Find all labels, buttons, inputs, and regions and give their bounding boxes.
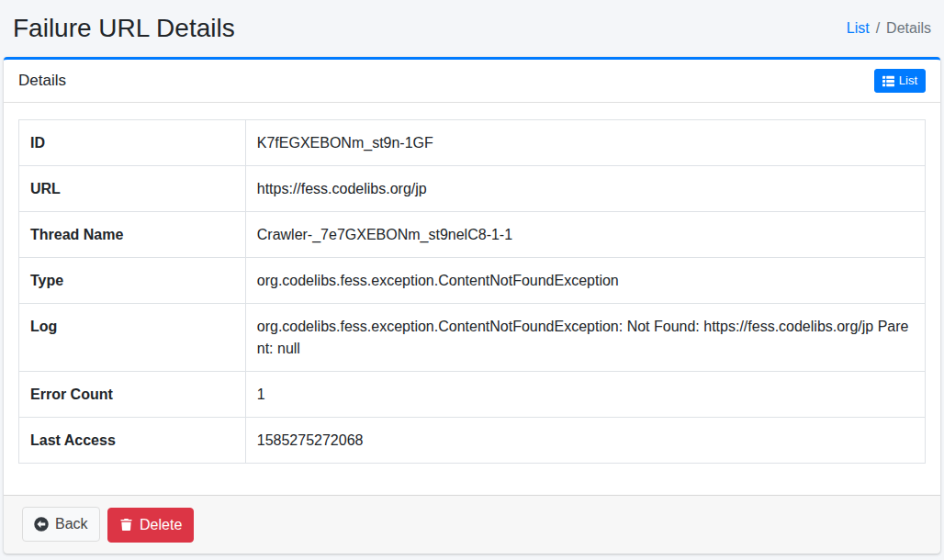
table-row-thread-name: Thread Name Crawler-_7e7GXEBONm_st9nelC8… [19,212,926,258]
row-value: 1585275272068 [245,418,925,464]
arrow-circle-left-icon [34,517,49,532]
breadcrumb-link-list[interactable]: List [847,20,870,37]
card-title: Details [18,72,66,90]
th-list-icon [882,75,894,87]
list-button[interactable]: List [874,69,926,93]
breadcrumb-separator: / [870,20,886,37]
list-button-label: List [899,73,917,89]
row-value: K7fEGXEBONm_st9n-1GF [245,120,925,166]
details-card: Details List ID K7fEGXEBONm_st9n-1GF [4,57,940,554]
row-label: Error Count [19,372,246,418]
card-body: ID K7fEGXEBONm_st9n-1GF URL https://fess… [4,103,940,495]
back-button-label: Back [55,513,88,535]
card-footer: Back Delete [4,495,940,554]
content-header: Failure URL Details List / Details [0,0,944,57]
delete-button-label: Delete [140,514,182,536]
table-row-url: URL https://fess.codelibs.org/jp [19,166,926,212]
trash-icon [119,518,133,532]
table-row-log: Log org.codelibs.fess.exception.ContentN… [19,304,926,372]
table-row-last-access: Last Access 1585275272068 [19,418,926,464]
failure-url-detail-table: ID K7fEGXEBONm_st9n-1GF URL https://fess… [18,119,926,464]
row-label: Log [19,304,246,372]
page-title: Failure URL Details [13,13,235,44]
row-value: Crawler-_7e7GXEBONm_st9nelC8-1-1 [245,212,925,258]
breadcrumb: List / Details [847,20,931,37]
table-row-id: ID K7fEGXEBONm_st9n-1GF [19,120,926,166]
row-value: org.codelibs.fess.exception.ContentNotFo… [245,258,925,304]
row-label: Last Access [19,418,246,464]
delete-button[interactable]: Delete [107,508,194,543]
card-header: Details List [4,60,940,103]
row-label: Type [19,258,246,304]
table-row-type: Type org.codelibs.fess.exception.Content… [19,258,926,304]
row-label: Thread Name [19,212,246,258]
table-row-error-count: Error Count 1 [19,372,926,418]
breadcrumb-current: Details [886,20,931,37]
row-label: URL [19,166,246,212]
back-button[interactable]: Back [22,507,100,542]
row-value: https://fess.codelibs.org/jp [245,166,925,212]
row-label: ID [19,120,246,166]
row-value: 1 [245,372,925,418]
row-value: org.codelibs.fess.exception.ContentNotFo… [245,304,925,372]
